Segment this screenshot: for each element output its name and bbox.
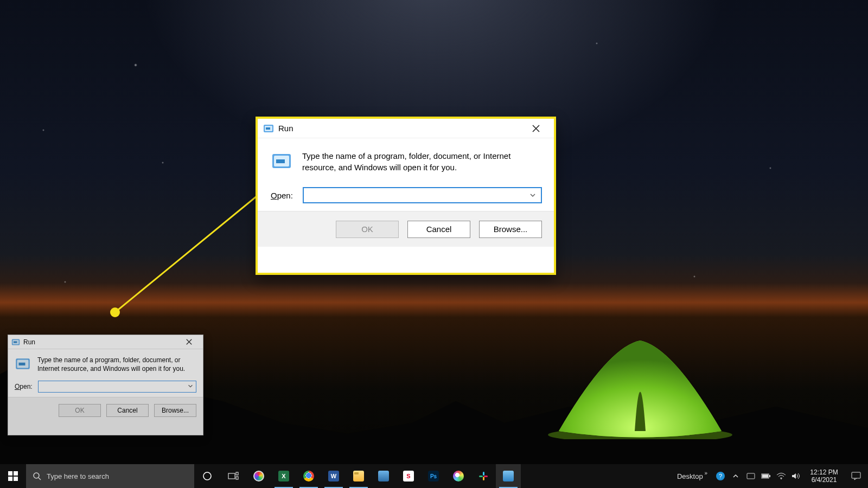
run-dialog-footer: OK Cancel Browse... xyxy=(8,397,203,423)
start-button[interactable] xyxy=(0,464,26,488)
svg-rect-14 xyxy=(19,363,25,365)
close-button[interactable] xyxy=(524,119,548,138)
tray-volume-icon[interactable] xyxy=(789,472,804,480)
run-dialog-title: Run xyxy=(278,124,293,133)
run-icon xyxy=(271,150,292,173)
run-dialog-titlebar[interactable]: Run xyxy=(8,335,203,349)
taskbar-app-photoshop[interactable]: Ps xyxy=(421,464,446,488)
circle-icon xyxy=(202,471,212,481)
svg-rect-17 xyxy=(8,477,12,481)
slack-icon xyxy=(478,471,488,481)
task-view-icon xyxy=(228,472,239,480)
desktop-toolbar[interactable]: Desktop » xyxy=(672,472,713,480)
photoshop-icon: Ps xyxy=(428,471,439,481)
ok-button[interactable]: OK xyxy=(336,221,399,238)
run-dialog-footer: OK Cancel Browse... xyxy=(258,211,554,247)
windows-icon xyxy=(8,471,18,481)
taskbar-clock[interactable]: 12:12 PM 6/4/2021 xyxy=(804,468,844,484)
gpu-icon xyxy=(746,472,755,480)
run-dialog-callout: Run Type the name of a program, folder, … xyxy=(256,117,556,275)
taskbar-date: 6/4/2021 xyxy=(812,476,837,484)
svg-point-21 xyxy=(203,472,211,480)
svg-point-35 xyxy=(781,478,782,479)
svg-text:?: ? xyxy=(719,473,722,479)
run-dialog-title: Run xyxy=(23,338,35,346)
tray-nvidia-icon[interactable] xyxy=(743,472,758,480)
taskbar-app-mspaint[interactable] xyxy=(446,464,471,488)
taskbar-app-chrome[interactable] xyxy=(296,464,321,488)
word-icon: W xyxy=(328,471,339,481)
svg-point-19 xyxy=(34,473,39,478)
run-icon xyxy=(503,471,514,481)
tray-overflow-button[interactable] xyxy=(728,473,743,479)
taskbar-app-paint3d[interactable] xyxy=(246,464,271,488)
taskbar-search[interactable]: Type here to search xyxy=(26,464,194,488)
svg-rect-28 xyxy=(484,476,488,477)
chevron-up-icon xyxy=(732,473,739,479)
cancel-button[interactable]: Cancel xyxy=(407,221,470,238)
action-center-button[interactable] xyxy=(844,472,868,480)
svg-rect-34 xyxy=(762,474,768,478)
close-icon xyxy=(186,339,192,345)
svg-rect-5 xyxy=(266,127,270,130)
browse-button[interactable]: Browse... xyxy=(479,221,542,238)
ok-button[interactable]: OK xyxy=(59,404,101,417)
cortana-button[interactable] xyxy=(194,464,220,488)
svg-rect-11 xyxy=(14,341,17,343)
taskbar-app-snagit[interactable]: S xyxy=(396,464,421,488)
taskbar-app-slack[interactable] xyxy=(471,464,496,488)
run-icon xyxy=(15,356,31,373)
chrome-icon xyxy=(303,471,314,481)
svg-rect-8 xyxy=(276,159,285,163)
svg-rect-36 xyxy=(852,472,860,478)
mspaint-icon xyxy=(453,471,464,481)
run-icon xyxy=(11,338,20,346)
cancel-button[interactable]: Cancel xyxy=(106,404,149,417)
chevron-down-icon xyxy=(529,191,537,199)
taskbar-app-run[interactable] xyxy=(496,464,521,488)
svg-rect-15 xyxy=(8,471,12,476)
run-dialog-titlebar[interactable]: Run xyxy=(258,119,554,138)
taskbar-app-snipping[interactable] xyxy=(371,464,396,488)
svg-rect-18 xyxy=(14,477,18,481)
battery-icon xyxy=(761,473,771,479)
taskbar-app-word[interactable]: W xyxy=(321,464,346,488)
svg-rect-33 xyxy=(769,475,770,477)
svg-rect-23 xyxy=(236,472,238,475)
svg-line-20 xyxy=(39,478,41,480)
wallpaper-tent xyxy=(548,331,732,439)
tray-help-icon[interactable]: ? xyxy=(713,471,728,481)
run-icon xyxy=(263,123,274,134)
svg-rect-27 xyxy=(483,477,484,480)
help-icon: ? xyxy=(716,471,725,481)
svg-rect-22 xyxy=(228,473,235,479)
taskbar-search-placeholder: Type here to search xyxy=(47,472,109,480)
snipping-icon xyxy=(378,471,389,481)
svg-rect-24 xyxy=(236,477,238,479)
open-label: Open: xyxy=(271,191,293,200)
tray-wifi-icon[interactable] xyxy=(774,472,789,480)
volume-icon xyxy=(792,472,801,480)
system-tray: Desktop » ? 12:12 PM 6/4/2021 xyxy=(672,464,868,488)
tray-battery-icon[interactable] xyxy=(758,473,774,479)
open-combobox[interactable] xyxy=(303,187,542,203)
taskbar-time: 12:12 PM xyxy=(810,468,838,476)
run-dialog: Run Type the name of a program, folder, … xyxy=(8,335,203,435)
taskbar-app-file-explorer[interactable] xyxy=(346,464,371,488)
task-view-button[interactable] xyxy=(220,464,246,488)
run-dialog-description: Type the name of a program, folder, docu… xyxy=(37,356,196,373)
close-icon xyxy=(532,125,540,132)
open-combobox[interactable] xyxy=(38,381,196,393)
close-button[interactable] xyxy=(178,335,200,349)
browse-button[interactable]: Browse... xyxy=(154,404,196,417)
open-label: Open: xyxy=(15,383,33,390)
taskbar: Type here to search X W S Ps Desktop » ? xyxy=(0,464,868,488)
search-icon xyxy=(33,472,41,480)
wifi-icon xyxy=(776,472,786,480)
notification-icon xyxy=(851,472,861,480)
snagit-icon: S xyxy=(403,471,414,481)
svg-rect-16 xyxy=(14,471,18,476)
taskbar-pinned-apps: X W S Ps xyxy=(246,464,521,488)
taskbar-app-excel[interactable]: X xyxy=(271,464,296,488)
svg-rect-25 xyxy=(483,472,484,476)
